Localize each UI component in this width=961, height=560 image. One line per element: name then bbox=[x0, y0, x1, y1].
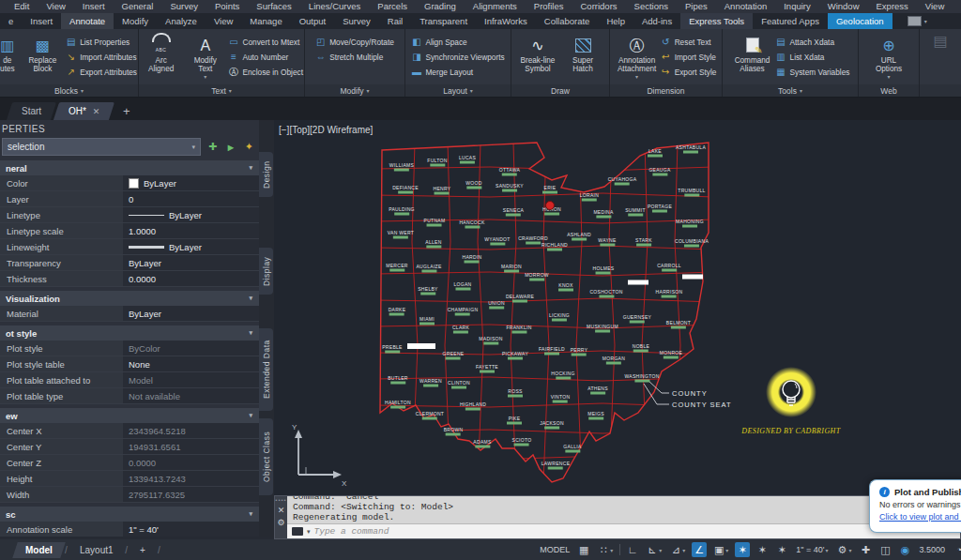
status-performance[interactable]: ◔ bbox=[952, 542, 961, 557]
button-import-attributes[interactable]: ↘Import Attributes bbox=[66, 50, 137, 64]
prop-value-linetype-scale[interactable]: 1.0000 bbox=[123, 223, 259, 238]
file-tab-oh[interactable]: OH*✕ bbox=[53, 102, 115, 120]
prop-section-header-ot-style[interactable]: ot style▾ bbox=[0, 325, 259, 341]
ribbon-tab-analyze[interactable]: Analyze bbox=[157, 13, 206, 29]
status-annotation-autoscale[interactable]: ✶ bbox=[755, 542, 770, 557]
prop-section-header-ew[interactable]: ew▾ bbox=[0, 408, 259, 423]
prop-value-width[interactable]: 2795117.6325 bbox=[123, 487, 259, 502]
button-url-options[interactable]: ⊕URLOptions▾ bbox=[867, 32, 910, 82]
status-workspace-gear[interactable]: ⚙▾ bbox=[834, 542, 853, 557]
prop-value-plot-style-table[interactable]: None bbox=[123, 356, 259, 371]
command-input[interactable]: ▾ Type a command bbox=[287, 523, 960, 538]
layout-tab-item[interactable]: + bbox=[127, 542, 158, 558]
ribbon-tab-express-tools[interactable]: Express Tools bbox=[680, 13, 753, 29]
menu-item-insert[interactable]: Insert bbox=[74, 0, 114, 13]
ribbon-tab-add-ins[interactable]: Add-ins bbox=[633, 13, 680, 29]
status-annotation-scale-icon[interactable]: ✶ bbox=[774, 542, 789, 557]
button-super-hatch[interactable]: SuperHatch bbox=[561, 32, 604, 73]
file-tab-start[interactable]: Start bbox=[7, 102, 56, 120]
prop-section-header-visualization[interactable]: Visualization▾ bbox=[0, 291, 259, 306]
status-model-space-label[interactable]: MODEL bbox=[538, 544, 572, 555]
layout-tab-layout1[interactable]: Layout1 bbox=[67, 542, 126, 558]
button-align-space[interactable]: ◧Align Space bbox=[411, 35, 504, 49]
display-tool-button[interactable]: ▾ bbox=[908, 13, 927, 29]
palette-tab-object-class[interactable]: Object Class bbox=[259, 418, 273, 495]
menu-item-view-2[interactable]: View bbox=[917, 0, 953, 13]
menu-item-surfaces[interactable]: Surfaces bbox=[248, 0, 300, 13]
panel-footer-blocks[interactable]: Blocks▾ bbox=[0, 84, 138, 97]
button-convert-to-mtext[interactable]: ▭Convert to Mtext bbox=[228, 35, 303, 49]
menu-item-grading[interactable]: Grading bbox=[416, 0, 465, 13]
ribbon-tab-modify[interactable]: Modify bbox=[114, 13, 157, 29]
drawing-viewport[interactable]: COUNTY COUNTY SEAT DESIGNED BY CADBRIGHT… bbox=[274, 120, 961, 495]
panel-footer-text[interactable]: Text▾ bbox=[139, 84, 304, 97]
prop-value-transparency[interactable]: ByLayer bbox=[123, 255, 259, 270]
button-replace-block[interactable]: ▩ReplaceBlock bbox=[22, 32, 64, 73]
menu-item-express[interactable]: Express bbox=[868, 0, 917, 13]
button-enclose-in-object[interactable]: ⒶEnclose in Object bbox=[228, 65, 303, 79]
layout-tab-model[interactable]: Model bbox=[12, 542, 65, 558]
panel-footer-draw[interactable]: Draw bbox=[511, 84, 609, 97]
status-ortho[interactable]: ∟ bbox=[625, 542, 640, 557]
menu-item-points[interactable]: Points bbox=[206, 0, 248, 13]
prop-section-header-sc[interactable]: sc▾ bbox=[0, 507, 259, 522]
prop-value-plot-style[interactable]: ByColor bbox=[123, 341, 259, 356]
ribbon-tab-manage[interactable]: Manage bbox=[241, 13, 290, 29]
viewport-controls[interactable]: [−][Top][2D Wireframe] bbox=[279, 125, 373, 135]
panel-footer-dimension[interactable]: Dimension bbox=[610, 84, 722, 97]
button-annotation-attachment[interactable]: ⒶAnnotationAttachment▾ bbox=[616, 32, 659, 82]
menu-item-view[interactable]: View bbox=[38, 0, 73, 13]
button-list-xdata[interactable]: ▥List Xdata bbox=[776, 50, 850, 64]
button-attach-xdata[interactable]: ▤Attach Xdata bbox=[776, 35, 850, 49]
status-annotation-visibility[interactable]: ✶ bbox=[735, 542, 750, 557]
command-window-grip[interactable]: •••• ✕ ⚙ bbox=[275, 496, 287, 538]
menu-item-general[interactable]: General bbox=[114, 0, 162, 13]
status-customize-plus[interactable]: ✚ bbox=[858, 542, 873, 557]
button-export-attributes[interactable]: ↗Export Attributes bbox=[66, 65, 137, 79]
button-reset-text[interactable]: ↺Reset Text bbox=[661, 35, 717, 49]
palette-tab-design[interactable]: Design bbox=[259, 152, 273, 197]
button-modify-text[interactable]: AModifyText▾ bbox=[184, 32, 226, 82]
palette-tab-display[interactable]: Display bbox=[259, 248, 273, 295]
ribbon-tab-geolocation[interactable]: Geolocation bbox=[828, 13, 892, 29]
ribbon-tab-e[interactable]: e bbox=[0, 13, 22, 29]
selection-dropdown[interactable]: selection ▾ bbox=[2, 138, 201, 156]
menu-item-map[interactable]: Map bbox=[953, 0, 961, 13]
button-list-properties[interactable]: ▤List Properties bbox=[66, 35, 137, 49]
panel-footer-modify[interactable]: Modify▾ bbox=[305, 84, 404, 97]
status-isolate-objects[interactable]: ◫ bbox=[877, 542, 892, 557]
menu-item-alignments[interactable]: Alignments bbox=[465, 0, 526, 13]
file-tab-item[interactable]: + bbox=[112, 102, 140, 120]
status-elevation-value[interactable]: 3.5000 bbox=[917, 544, 947, 555]
close-icon[interactable]: ✕ bbox=[278, 506, 285, 515]
ribbon-tab-collaborate[interactable]: Collaborate bbox=[536, 13, 599, 29]
menu-item-lines-curves[interactable]: Lines/Curves bbox=[300, 0, 369, 13]
button-auto-number[interactable]: ≡Auto Number bbox=[228, 50, 303, 64]
prop-value-layer[interactable]: 0 bbox=[123, 191, 259, 206]
prop-value-plot-table-type[interactable]: Not available bbox=[123, 388, 259, 403]
button-stretch-multiple[interactable]: ⇔Stretch Multiple bbox=[315, 50, 394, 64]
prop-value-linetype[interactable]: ByLayer bbox=[123, 207, 259, 222]
wrench-icon[interactable]: ⚙ bbox=[277, 518, 284, 527]
ribbon-tab-survey[interactable]: Survey bbox=[334, 13, 379, 29]
menu-item-sections[interactable]: Sections bbox=[626, 0, 677, 13]
menu-item-pipes[interactable]: Pipes bbox=[677, 0, 716, 13]
status-annotation-scale-value[interactable]: 1" = 40'▾ bbox=[794, 544, 830, 555]
button-export-style[interactable]: ↪Export Style bbox=[661, 65, 717, 79]
button-synchronize-viewports[interactable]: ◨Synchronize Viewports bbox=[411, 50, 504, 64]
toggle-pickadd-icon[interactable]: ✚ bbox=[206, 141, 219, 153]
prop-value-material[interactable]: ByLayer bbox=[123, 306, 259, 321]
ribbon-tab-infraworks[interactable]: InfraWorks bbox=[476, 13, 536, 29]
status-snap[interactable]: ∷▾ bbox=[596, 542, 615, 557]
button-merge-layout[interactable]: ▬Merge Layout bbox=[411, 65, 504, 79]
prop-value-center-z[interactable]: 0.0000 bbox=[123, 455, 259, 470]
menu-item-window[interactable]: Window bbox=[819, 0, 868, 13]
ribbon-tab-insert[interactable]: Insert bbox=[22, 13, 61, 29]
button-import-style[interactable]: ↩Import Style bbox=[661, 50, 717, 64]
button-break-line-symbol[interactable]: ∿Break-lineSymbol bbox=[516, 32, 559, 73]
menu-item-corridors[interactable]: Corridors bbox=[572, 0, 626, 13]
prop-value-plot-table-attached-to[interactable]: Model bbox=[123, 372, 259, 387]
prop-value-color[interactable]: ByLayer bbox=[123, 175, 259, 190]
menu-item-inquiry[interactable]: Inquiry bbox=[775, 0, 819, 13]
ribbon-tab-annotate[interactable]: Annotate bbox=[61, 13, 114, 29]
